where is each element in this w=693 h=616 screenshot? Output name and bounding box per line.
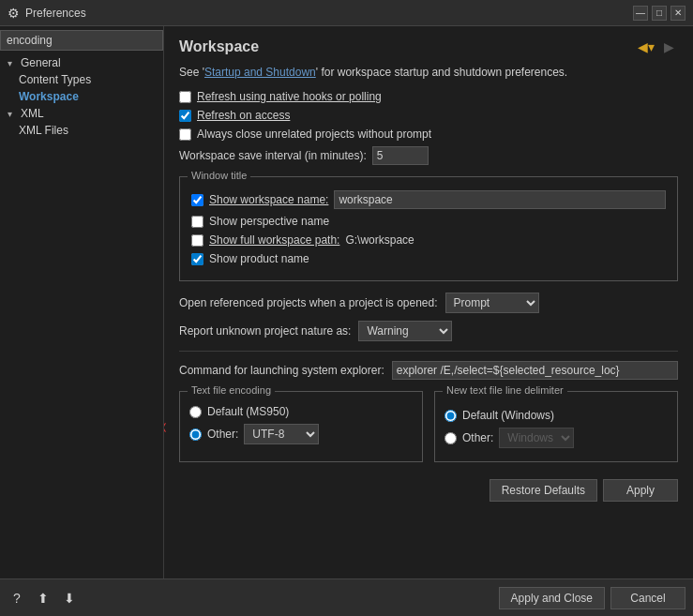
sidebar-label-content-types: Content Types — [19, 73, 91, 86]
text-encoding-title: Text file encoding — [188, 384, 275, 396]
delim-default-label: Default (Windows) — [462, 409, 554, 422]
close-unrelated-label: Always close unrelated projects without … — [197, 128, 431, 141]
checkbox-row-1: Refresh using native hooks or polling — [179, 90, 678, 103]
sidebar-item-xml[interactable]: ▾ XML — [0, 105, 163, 122]
content-header: Workspace ◀▾ ▶ — [179, 38, 678, 56]
checkbox-row-3: Always close unrelated projects without … — [179, 128, 678, 141]
report-nature-row: Report unknown project nature as: Warnin… — [179, 321, 678, 341]
back-button[interactable]: ◀▾ — [634, 38, 658, 56]
show-product-row: Show product name — [191, 252, 666, 265]
refresh-native-checkbox[interactable] — [179, 91, 191, 103]
close-unrelated-checkbox[interactable] — [179, 128, 191, 141]
sidebar-label-general: General — [21, 56, 61, 69]
expand-arrow-general: ▾ — [8, 58, 17, 68]
nav-buttons: ◀▾ ▶ — [634, 38, 678, 56]
enc-other-row: Other: UTF-8 UTF-16 ISO-8859-1 — [189, 424, 413, 444]
sidebar-item-content-types[interactable]: Content Types — [0, 71, 163, 88]
report-nature-label: Report unknown project nature as: — [179, 324, 351, 338]
apply-and-close-button[interactable]: Apply and Close — [499, 587, 605, 609]
show-workspace-checkbox[interactable] — [191, 194, 203, 206]
close-button[interactable]: ✕ — [670, 6, 685, 21]
cancel-button[interactable]: Cancel — [610, 587, 685, 609]
window-controls: — □ ✕ — [633, 6, 685, 21]
delim-other-select[interactable]: Windows Unix Mac — [499, 428, 574, 448]
refresh-native-label: Refresh using native hooks or polling — [197, 90, 382, 103]
startup-shutdown-link[interactable]: Startup and Shutdown — [204, 66, 316, 79]
help-icon[interactable]: ? — [8, 589, 26, 608]
restore-defaults-button[interactable]: Restore Defaults — [490, 479, 597, 502]
separator-1 — [179, 351, 678, 352]
top-action-buttons: Restore Defaults Apply — [179, 473, 678, 505]
workspace-path-value: G:\workspace — [345, 233, 414, 247]
report-nature-select[interactable]: Warning Error Ignore — [358, 321, 452, 341]
enc-other-select[interactable]: UTF-8 UTF-16 ISO-8859-1 — [244, 424, 319, 444]
show-path-checkbox[interactable] — [191, 234, 203, 247]
delim-default-row: Default (Windows) — [444, 409, 668, 422]
description: See 'Startup and Shutdown' for workspace… — [179, 66, 678, 79]
show-path-label: Show full workspace path: — [209, 233, 339, 247]
app-icon: ⚙ — [8, 6, 20, 21]
main-container: ▾ General Content Types Workspace ➤ ▾ XM… — [0, 26, 693, 578]
sidebar-label-xml: XML — [21, 107, 44, 120]
text-encoding-group: Text file encoding ➤ Default (MS950) Oth… — [179, 391, 423, 462]
expand-arrow-xml: ▾ — [8, 109, 17, 119]
delim-other-radio[interactable] — [444, 432, 457, 444]
open-projects-select[interactable]: Prompt Always Never — [445, 293, 539, 313]
minimize-button[interactable]: — — [633, 6, 648, 21]
show-workspace-label: Show workspace name: — [209, 193, 328, 206]
workspace-name-input[interactable] — [334, 190, 666, 209]
command-explorer-label: Command for launching system explorer: — [179, 364, 384, 377]
show-path-row: Show full workspace path: G:\workspace — [191, 233, 666, 247]
enc-other-radio[interactable] — [189, 428, 202, 441]
show-product-checkbox[interactable] — [191, 253, 203, 265]
checkbox-row-2: Refresh on access — [179, 109, 678, 122]
show-perspective-checkbox[interactable] — [191, 216, 203, 228]
enc-default-row: Default (MS950) — [189, 405, 413, 418]
encoding-section: Text file encoding ➤ Default (MS950) Oth… — [179, 391, 678, 462]
sidebar-label-workspace: Workspace — [19, 90, 79, 103]
show-perspective-label: Show perspective name — [209, 215, 329, 228]
forward-button[interactable]: ▶ — [660, 38, 678, 56]
sidebar-label-xml-files: XML Files — [19, 124, 68, 137]
bottom-right-buttons: Apply and Close Cancel — [499, 587, 685, 609]
command-explorer-input[interactable] — [392, 361, 678, 380]
show-workspace-row: Show workspace name: — [191, 190, 666, 209]
sidebar: ▾ General Content Types Workspace ➤ ▾ XM… — [0, 26, 164, 578]
open-projects-label: Open referenced projects when a project … — [179, 296, 438, 309]
export-icon[interactable]: ⬇ — [60, 589, 79, 608]
window-title-group: Window title Show workspace name: Show p… — [179, 176, 678, 281]
delim-other-label: Other: — [462, 431, 493, 444]
refresh-access-checkbox[interactable] — [179, 110, 191, 122]
delim-default-radio[interactable] — [444, 410, 457, 422]
title-bar-title: Preferences — [25, 7, 86, 20]
maximize-button[interactable]: □ — [652, 6, 667, 21]
show-perspective-row: Show perspective name — [191, 215, 666, 228]
red-arrow-encoding-icon: ➤ — [164, 418, 168, 436]
delim-other-row: Other: Windows Unix Mac — [444, 428, 668, 448]
show-product-label: Show product name — [209, 252, 309, 265]
enc-other-label: Other: — [207, 428, 238, 441]
enc-default-label: Default (MS950) — [207, 405, 289, 418]
line-delimiter-group: New text file line delimiter Default (Wi… — [434, 391, 678, 462]
search-input[interactable] — [0, 30, 163, 51]
content-area: Workspace ◀▾ ▶ See 'Startup and Shutdown… — [164, 26, 693, 578]
window-title-group-label: Window title — [188, 170, 250, 181]
save-interval-label: Workspace save interval (in minutes): — [179, 149, 367, 162]
sidebar-item-xml-files[interactable]: XML Files — [0, 122, 163, 139]
line-delimiter-title: New text file line delimiter — [443, 384, 567, 396]
save-interval-input[interactable] — [372, 146, 429, 165]
sidebar-item-general[interactable]: ▾ General — [0, 54, 163, 71]
apply-button[interactable]: Apply — [603, 479, 678, 502]
window-title-content: Show workspace name: Show perspective na… — [191, 190, 666, 265]
bottom-left-icons: ? ⬆ ⬇ — [8, 589, 79, 608]
sidebar-item-workspace[interactable]: Workspace ➤ — [0, 88, 163, 105]
refresh-access-label: Refresh on access — [197, 109, 290, 122]
enc-default-radio[interactable] — [189, 406, 202, 418]
import-icon[interactable]: ⬆ — [34, 589, 53, 608]
open-projects-row: Open referenced projects when a project … — [179, 293, 678, 313]
command-explorer-row: Command for launching system explorer: — [179, 361, 678, 380]
save-interval-row: Workspace save interval (in minutes): — [179, 146, 678, 165]
page-title: Workspace — [179, 38, 259, 55]
bottom-bar: ? ⬆ ⬇ Apply and Close Cancel — [0, 578, 693, 616]
title-bar: ⚙ Preferences — □ ✕ — [0, 0, 693, 26]
